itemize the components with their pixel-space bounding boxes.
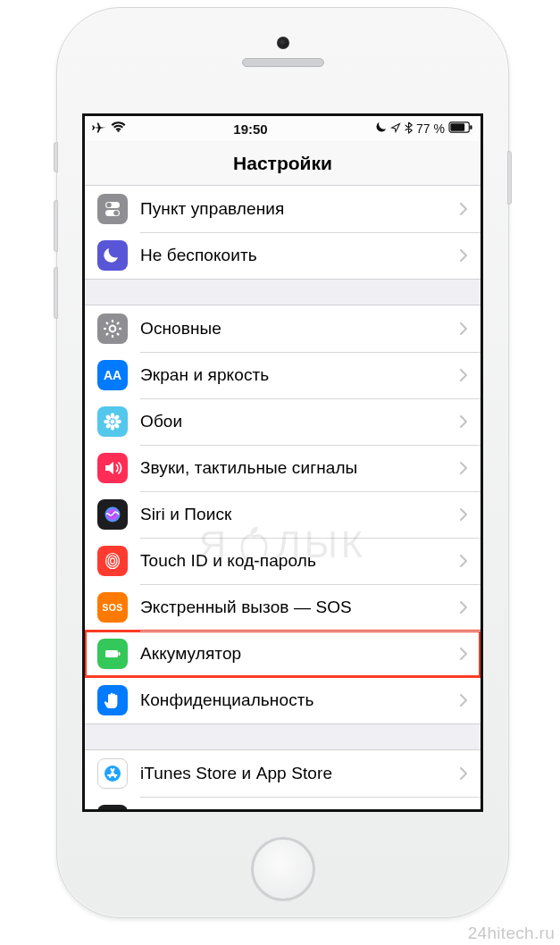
wifi-icon — [111, 121, 126, 136]
gear-icon — [97, 314, 128, 344]
settings-row-label: Не беспокоить — [140, 246, 459, 265]
settings-row-display[interactable]: Экран и яркость — [85, 352, 481, 398]
bluetooth-icon — [405, 121, 413, 137]
battery-icon — [97, 639, 128, 669]
front-camera — [277, 37, 289, 49]
settings-row-label: Экстренный вызов — SOS — [140, 598, 459, 617]
toggles-icon — [97, 194, 128, 224]
chevron-right-icon — [459, 507, 468, 522]
svg-rect-1 — [470, 125, 472, 130]
settings-row-label: Основные — [140, 319, 459, 339]
settings-row-appstore[interactable]: iTunes Store и App Store — [85, 750, 481, 797]
volume-down-button — [54, 267, 58, 319]
chevron-right-icon — [459, 322, 468, 336]
home-button[interactable] — [251, 837, 315, 901]
page-title-label: Настройки — [233, 153, 332, 174]
chevron-right-icon — [459, 647, 468, 661]
settings-group: Пункт управленияНе беспокоить — [85, 186, 481, 280]
settings-row-siri[interactable]: Siri и Поиск — [85, 491, 481, 538]
settings-row-label: Звуки, тактильные сигналы — [140, 458, 459, 478]
siri-icon — [97, 499, 128, 530]
location-icon — [390, 121, 401, 136]
chevron-right-icon — [459, 368, 468, 382]
speaker-icon — [97, 453, 128, 483]
mute-switch — [54, 142, 58, 172]
flower-icon — [97, 406, 128, 437]
settings-group: ОсновныеЭкран и яркостьОбоиЗвуки, тактил… — [85, 305, 481, 724]
settings-row-sounds[interactable]: Звуки, тактильные сигналы — [85, 445, 481, 491]
status-bar-right: 77 % — [375, 121, 473, 137]
svg-rect-2 — [450, 123, 464, 130]
aa-icon — [97, 360, 128, 390]
settings-row-general[interactable]: Основные — [85, 305, 481, 352]
settings-list[interactable]: Пункт управленияНе беспокоитьОсновныеЭкр… — [85, 186, 481, 809]
settings-row-sos[interactable]: Экстренный вызов — SOS — [85, 584, 481, 631]
appstore-icon — [97, 758, 128, 789]
chevron-right-icon — [459, 461, 468, 475]
settings-row-label: Аккумулятор — [140, 644, 459, 664]
dnd-moon-icon — [375, 121, 387, 136]
hand-icon — [97, 685, 128, 715]
battery-percentage: 77 % — [416, 121, 445, 136]
chevron-right-icon — [459, 693, 468, 707]
chevron-right-icon — [459, 600, 468, 615]
battery-icon — [448, 121, 473, 136]
status-bar-time: 19:50 — [233, 121, 267, 137]
settings-row-dnd[interactable]: Не беспокоить — [85, 232, 481, 279]
settings-row-battery[interactable]: Аккумулятор — [85, 631, 481, 677]
settings-row-label: Siri и Поиск — [140, 505, 459, 524]
settings-row-label: Обои — [140, 412, 459, 431]
iphone-frame: 19:50 77 % Настройки — [56, 7, 509, 918]
settings-group: iTunes Store и App StoreWallet и Apple P… — [85, 749, 481, 809]
chevron-right-icon — [459, 554, 468, 568]
chevron-right-icon — [459, 248, 468, 263]
sos-icon — [97, 592, 128, 623]
chevron-right-icon — [459, 766, 468, 781]
settings-row-label: Пункт управления — [140, 199, 459, 219]
airplane-mode-icon — [92, 121, 106, 138]
chevron-right-icon — [459, 202, 468, 216]
settings-row-touchid[interactable]: Touch ID и код-пароль — [85, 538, 481, 584]
settings-row-label: Конфиденциальность — [140, 690, 459, 710]
page-title: Настройки — [85, 141, 481, 186]
power-button — [507, 151, 512, 205]
settings-row-label: iTunes Store и App Store — [140, 764, 459, 783]
moon-icon — [97, 240, 128, 271]
settings-row-privacy[interactable]: Конфиденциальность — [85, 677, 481, 723]
settings-row-wallet[interactable]: Wallet и Apple Pay — [85, 797, 481, 809]
screen: 19:50 77 % Настройки — [82, 113, 483, 812]
chevron-right-icon — [459, 414, 468, 429]
settings-row-wallpaper[interactable]: Обои — [85, 398, 481, 445]
wallet-icon — [97, 805, 128, 809]
settings-row-label: Экран и яркость — [140, 365, 459, 385]
settings-row-control-center[interactable]: Пункт управления — [85, 186, 481, 232]
settings-row-label: Touch ID и код-пароль — [140, 551, 459, 571]
volume-up-button — [54, 200, 58, 252]
finger-icon — [97, 546, 128, 576]
status-bar-left — [92, 121, 126, 138]
earpiece-speaker — [242, 58, 324, 67]
source-attribution: 24hitech.ru — [468, 924, 555, 943]
status-bar: 19:50 77 % — [85, 116, 481, 141]
